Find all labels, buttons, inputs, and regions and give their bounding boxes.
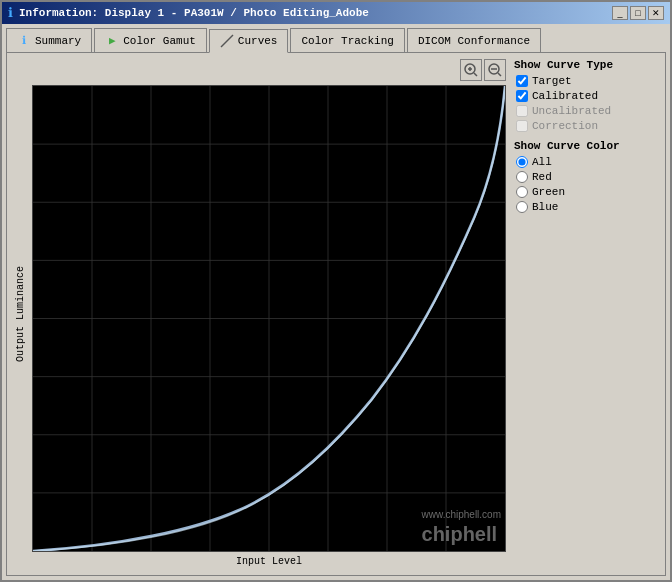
chart-svg <box>33 86 505 551</box>
checkbox-target-input[interactable] <box>516 75 528 87</box>
watermark-hell: hell <box>463 521 497 547</box>
tab-bar: ℹ Summary ▶ Color Gamut Curves Color Tra… <box>2 24 670 52</box>
radio-all[interactable]: All <box>516 156 659 168</box>
checkbox-target[interactable]: Target <box>516 75 659 87</box>
close-button[interactable]: ✕ <box>648 6 664 20</box>
chart-container: Output Luminance <box>13 59 506 569</box>
radio-red[interactable]: Red <box>516 171 659 183</box>
minimize-button[interactable]: _ <box>612 6 628 20</box>
checkbox-uncalibrated: Uncalibrated <box>516 105 659 117</box>
title-bar: ℹ Information: Display 1 - PA301W / Phot… <box>2 2 670 24</box>
radio-green-label: Green <box>532 186 565 198</box>
watermark: www.chiphell.com chip hell <box>422 508 501 547</box>
curve-icon <box>220 34 234 48</box>
radio-green[interactable]: Green <box>516 186 659 198</box>
watermark-chip: chip <box>422 521 463 547</box>
zoom-out-button[interactable] <box>484 59 506 81</box>
tab-summary[interactable]: ℹ Summary <box>6 28 92 52</box>
curve-color-title: Show Curve Color <box>514 140 659 152</box>
curve-type-checkboxes: Target Calibrated Uncalibrated Correctio… <box>516 75 659 132</box>
tab-color-tracking[interactable]: Color Tracking <box>290 28 404 52</box>
y-axis-label: Output Luminance <box>13 59 28 569</box>
tab-dicom[interactable]: DICOM Conformance <box>407 28 541 52</box>
chart-canvas: www.chiphell.com chip hell <box>32 85 506 552</box>
checkbox-calibrated[interactable]: Calibrated <box>516 90 659 102</box>
chart-and-x: www.chiphell.com chip hell Input Level <box>32 59 506 569</box>
side-panel: Show Curve Type Target Calibrated Uncali… <box>514 59 659 569</box>
checkbox-uncalibrated-input <box>516 105 528 117</box>
radio-all-label: All <box>532 156 552 168</box>
main-window: ℹ Information: Display 1 - PA301W / Phot… <box>0 0 672 582</box>
zoom-controls <box>460 59 506 81</box>
chart-wrapper: Output Luminance <box>13 59 506 569</box>
curve-type-section: Show Curve Type Target Calibrated Uncali… <box>514 59 659 132</box>
curve-color-section: Show Curve Color All Red Green <box>514 140 659 213</box>
curve-type-title: Show Curve Type <box>514 59 659 71</box>
maximize-button[interactable]: □ <box>630 6 646 20</box>
checkbox-correction: Correction <box>516 120 659 132</box>
radio-blue-label: Blue <box>532 201 558 213</box>
checkbox-calibrated-label: Calibrated <box>532 90 598 102</box>
radio-all-input[interactable] <box>516 156 528 168</box>
radio-blue-input[interactable] <box>516 201 528 213</box>
info-icon: ℹ <box>17 34 31 48</box>
curve-color-radios: All Red Green Blue <box>516 156 659 213</box>
content-area: Output Luminance <box>6 52 666 576</box>
svg-line-1 <box>474 73 477 76</box>
radio-red-label: Red <box>532 171 552 183</box>
radio-red-input[interactable] <box>516 171 528 183</box>
checkbox-calibrated-input[interactable] <box>516 90 528 102</box>
window-title: Information: Display 1 - PA301W / Photo … <box>19 7 369 19</box>
checkbox-uncalibrated-label: Uncalibrated <box>532 105 611 117</box>
watermark-url: www.chiphell.com <box>422 508 501 521</box>
tab-color-gamut[interactable]: ▶ Color Gamut <box>94 28 207 52</box>
tab-curves[interactable]: Curves <box>209 29 289 53</box>
radio-green-input[interactable] <box>516 186 528 198</box>
x-axis-label: Input Level <box>32 552 506 569</box>
zoom-in-button[interactable] <box>460 59 482 81</box>
checkbox-target-label: Target <box>532 75 572 87</box>
radio-blue[interactable]: Blue <box>516 201 659 213</box>
checkbox-correction-label: Correction <box>532 120 598 132</box>
triangle-icon: ▶ <box>105 34 119 48</box>
svg-line-5 <box>498 73 501 76</box>
title-bar-controls: _ □ ✕ <box>612 6 664 20</box>
checkbox-correction-input <box>516 120 528 132</box>
